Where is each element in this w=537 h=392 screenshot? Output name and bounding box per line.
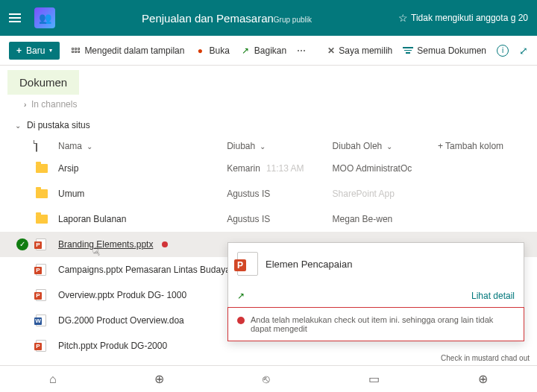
checked-out-icon [162, 241, 168, 247]
powerpoint-icon [36, 238, 46, 250]
new-button-label: Baru [26, 45, 45, 56]
share-icon: ↗ [240, 45, 251, 56]
file-name[interactable]: Laporan Bulanan [58, 214, 227, 224]
site-library-group[interactable]: ⌄ Di pustaka situs [0, 114, 537, 136]
open-icon: ● [195, 45, 205, 56]
filter-icon [403, 47, 413, 54]
chevron-down-icon: ▾ [49, 47, 52, 54]
modified-cell: Kemarin11:13 AM [227, 163, 332, 174]
open-button[interactable]: ● Buka [195, 45, 229, 56]
modified-by-cell: Megan Be-wen [333, 214, 438, 224]
edit-in-view-label: Mengedit dalam tampilan [84, 45, 184, 56]
view-selector[interactable]: Semua Dokumen [403, 45, 486, 56]
command-bar: + Baru ▾ Mengedit dalam tampilan ● Buka … [0, 36, 537, 66]
group-type-label: Grup publik [274, 16, 312, 24]
selection-label: Saya memilih [339, 45, 392, 56]
column-modified-by[interactable]: Diubah Oleh ⌄ [333, 141, 438, 151]
word-icon [36, 314, 46, 326]
plus-icon: + [16, 45, 22, 56]
column-type[interactable] [36, 141, 58, 151]
selection-toggle[interactable]: ✕ Saya memilih [327, 45, 392, 56]
chevron-down-icon: ⌄ [260, 142, 266, 151]
folder-icon [36, 189, 48, 198]
folder-row[interactable]: ArsipKemarin11:13 AMMOO AdministratOc [0, 156, 537, 181]
follow-toggle[interactable]: ☆ Tidak mengikuti anggota g 20 [398, 12, 528, 24]
modified-cell: Agustus IS [227, 189, 332, 199]
open-label: Buka [209, 45, 229, 56]
folder-icon [36, 164, 48, 173]
modified-by-cell: MOO AdministratOc [333, 163, 438, 174]
share-icon[interactable]: ↗ [237, 291, 245, 301]
details-pane-toggle[interactable]: i [497, 45, 509, 57]
chevron-right-icon: › [24, 101, 26, 109]
expand-icon: ⤢ [519, 45, 528, 57]
more-actions-button[interactable]: ⋯ [297, 45, 306, 56]
new-button[interactable]: + Baru ▾ [9, 42, 60, 60]
selected-check-icon: ✓ [16, 238, 28, 250]
powerpoint-icon [237, 252, 258, 276]
site-library-label: Di pustaka situs [27, 120, 90, 130]
star-icon: ☆ [398, 12, 408, 24]
powerpoint-icon [36, 340, 46, 352]
page-title: Penjualan dan PemasaranGrup publik [55, 12, 398, 25]
chevron-down-icon: ⌄ [15, 121, 21, 130]
checkout-warning: Anda telah melakukan check out item ini.… [227, 307, 524, 341]
ellipsis-icon: ⋯ [297, 45, 306, 56]
checkin-status-text: Check in mustard chad out [441, 354, 530, 362]
modified-cell: Agustus IS [227, 214, 332, 224]
chevron-down-icon: ⌄ [87, 142, 92, 151]
folder-icon [36, 215, 48, 224]
modified-by-cell: SharePoint App [333, 189, 438, 199]
pin-icon[interactable]: ⎋ [263, 373, 270, 386]
add-column-button[interactable]: + Tambah kolom [438, 141, 522, 151]
expand-button[interactable]: ⤢ [519, 45, 528, 57]
in-channels-group[interactable]: › In channels [0, 95, 537, 114]
share-button[interactable]: ↗ Bagikan [240, 45, 286, 56]
document-icon[interactable]: ▭ [368, 372, 380, 386]
column-name[interactable]: Nama ⌄ [58, 141, 227, 151]
warning-icon [237, 317, 245, 324]
column-headers: Nama ⌄ Diubah ⌄ Diubah Oleh ⌄ + Tambah k… [0, 136, 537, 156]
home-icon[interactable]: ⌂ [49, 373, 57, 386]
edit-in-view-button[interactable]: Mengedit dalam tampilan [70, 45, 184, 56]
share-label: Bagikan [254, 45, 286, 56]
powerpoint-icon [36, 289, 46, 301]
bottom-navigation: ⌂ ⊕ ⎋ ▭ ⊕ [0, 365, 537, 392]
file-name[interactable]: Pitch.pptx Produk DG-2000 [58, 341, 522, 351]
site-title-text: Penjualan dan Pemasaran [142, 12, 274, 25]
info-icon: i [497, 45, 509, 57]
view-detail-link[interactable]: Lihat detail [471, 291, 515, 301]
document-icon [36, 140, 37, 152]
site-logo[interactable]: 👥 [34, 7, 55, 28]
chevron-down-icon: ⌄ [386, 142, 392, 151]
view-label: Semua Dokumen [417, 45, 486, 56]
menu-icon[interactable] [9, 9, 27, 27]
file-name[interactable]: Umum [58, 189, 227, 199]
follow-label: Tidak mengikuti anggota g 20 [411, 13, 528, 23]
warning-text: Anda telah melakukan check out item ini.… [251, 315, 515, 333]
folder-row[interactable]: UmumAgustus ISSharePoint App [0, 181, 537, 206]
column-modified[interactable]: Diubah ⌄ [227, 141, 332, 151]
powerpoint-icon [36, 264, 46, 276]
folder-row[interactable]: Laporan BulananAgustus ISMegan Be-wen [0, 206, 537, 232]
in-channels-label: In channels [31, 99, 77, 110]
close-icon: ✕ [327, 45, 335, 56]
file-name[interactable]: Arsip [58, 163, 227, 174]
grid-icon [70, 45, 81, 56]
documents-heading: Dokumen [7, 70, 79, 95]
globe-icon[interactable]: ⊕ [154, 372, 164, 386]
file-hover-card: Elemen Pencapaian ↗ Lihat detail Anda te… [227, 242, 524, 341]
hover-card-title: Elemen Pencapaian [266, 259, 352, 270]
add-icon[interactable]: ⊕ [478, 372, 488, 386]
app-header: 👥 Penjualan dan PemasaranGrup publik ☆ T… [0, 0, 537, 36]
